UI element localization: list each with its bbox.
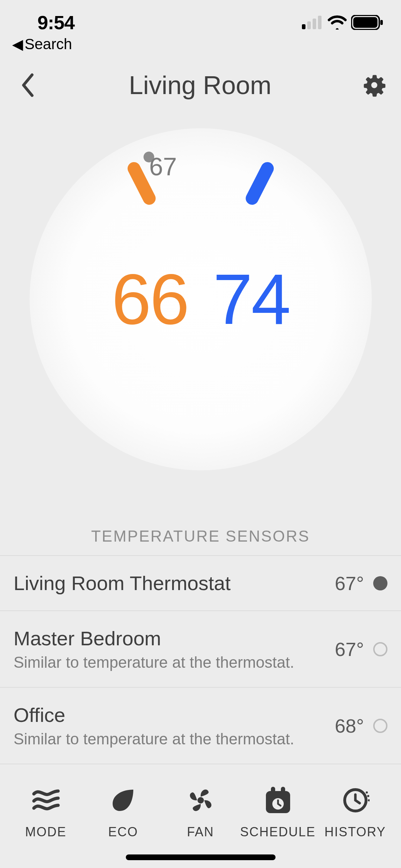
svg-rect-1 [307,21,311,29]
current-temp-label: 67 [145,149,181,185]
sensor-name: Living Room Thermostat [14,572,335,595]
sensor-list: Living Room Thermostat67°Master BedroomS… [0,555,401,764]
page-header: Living Room [0,53,401,110]
tab-eco[interactable]: ECO [88,786,159,839]
wifi-icon [328,15,347,30]
svg-rect-3 [318,16,322,29]
tab-mode[interactable]: MODE [10,786,82,839]
sensor-name: Office [14,703,335,727]
chevron-left-icon [21,73,35,98]
tab-label: MODE [25,825,67,839]
gear-icon [362,72,387,98]
svg-rect-9 [271,787,275,795]
fan-icon [186,786,215,815]
calendar-icon [264,786,292,815]
svg-rect-2 [313,19,316,29]
sensor-temp: 67° [335,638,364,660]
battery-icon [351,15,383,30]
tab-label: ECO [108,825,138,839]
tab-schedule[interactable]: SCHEDULE [242,786,314,839]
thermostat-dial[interactable]: 67 66 74 [30,128,372,470]
cellular-icon [302,16,323,29]
back-button[interactable] [17,74,38,96]
sensor-name: Master Bedroom [14,627,335,650]
sensor-temp: 68° [335,715,364,737]
sensor-subtitle: Similar to temperature at the thermostat… [14,730,335,748]
tab-label: SCHEDULE [240,825,315,839]
clock-icon [341,786,370,815]
waves-icon [31,786,61,815]
svg-point-7 [197,797,204,804]
sensor-subtitle: Similar to temperature at the thermostat… [14,653,335,671]
svg-point-14 [367,795,369,797]
back-to-search[interactable]: ◀ Search [0,36,401,53]
sensor-radio[interactable] [373,576,387,590]
svg-rect-10 [281,787,285,795]
sensor-radio[interactable] [373,642,387,656]
tab-fan[interactable]: FAN [165,786,236,839]
setpoints: 66 74 [30,258,372,340]
tab-label: FAN [187,825,214,839]
sensor-row[interactable]: Living Room Thermostat67° [0,556,401,611]
status-time: 9:54 [37,11,74,33]
page-title: Living Room [38,71,362,100]
svg-point-15 [368,799,370,801]
svg-point-13 [366,791,368,794]
home-indicator[interactable] [126,854,276,860]
back-search-label: Search [25,36,72,53]
tab-bar: MODEECOFANSCHEDULEHISTORY [0,775,401,868]
svg-rect-5 [353,17,377,28]
tab-label: HISTORY [324,825,386,839]
sensor-row[interactable]: Master BedroomSimilar to temperature at … [0,611,401,688]
sensor-row[interactable]: OfficeSimilar to temperature at the ther… [0,688,401,764]
settings-button[interactable] [362,73,387,98]
cool-setpoint[interactable]: 74 [213,258,289,340]
cool-tick [243,160,276,207]
svg-rect-0 [302,24,305,29]
status-right [302,15,383,30]
sensor-temp: 67° [335,572,364,594]
leaf-icon [108,786,138,815]
heat-setpoint[interactable]: 66 [112,258,188,340]
status-bar: 9:54 [0,0,401,36]
tab-history[interactable]: HISTORY [320,786,391,839]
caret-left-icon: ◀ [12,36,23,52]
sensor-radio[interactable] [373,719,387,733]
sensors-header: TEMPERATURE SENSORS [0,527,401,555]
svg-rect-6 [380,20,383,25]
thermostat-dial-wrap: 67 66 74 [0,128,401,470]
